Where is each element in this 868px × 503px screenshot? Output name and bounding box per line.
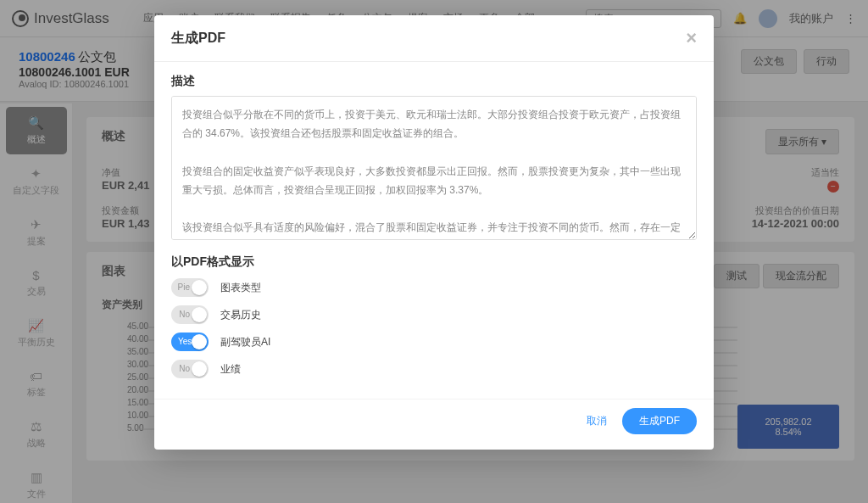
pdf-display-section: 以PDF格式显示 [171, 254, 697, 270]
toggle-copilot-ai[interactable]: Yes [171, 333, 209, 351]
generate-pdf-button[interactable]: 生成PDF [622, 408, 697, 434]
toggle-trade-history-label: 交易历史 [220, 308, 261, 322]
toggle-copilot-ai-label: 副驾驶员AI [220, 335, 270, 349]
toggle-trade-history[interactable]: No [171, 305, 209, 324]
description-textarea[interactable] [171, 96, 697, 240]
close-icon[interactable]: × [686, 27, 697, 49]
toggle-chart-type[interactable]: Pie [171, 278, 209, 297]
cancel-link[interactable]: 取消 [587, 414, 607, 428]
modal-backdrop[interactable]: 生成PDF × 描述 以PDF格式显示 Pie 图表类型 No 交易历史 Yes… [0, 0, 868, 503]
toggle-performance[interactable]: No [171, 360, 209, 378]
toggle-performance-label: 业绩 [220, 362, 241, 377]
modal-title: 生成PDF [171, 30, 225, 48]
generate-pdf-modal: 生成PDF × 描述 以PDF格式显示 Pie 图表类型 No 交易历史 Yes… [154, 15, 714, 450]
description-label: 描述 [171, 74, 697, 89]
toggle-chart-type-label: 图表类型 [220, 281, 261, 295]
